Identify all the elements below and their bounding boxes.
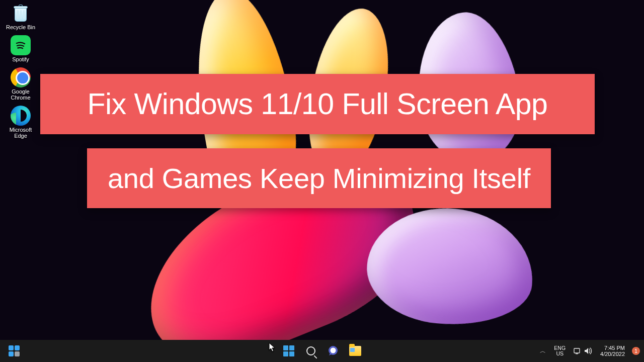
file-explorer-button[interactable] [345, 341, 365, 361]
tray-overflow-button[interactable]: ︿ [538, 341, 548, 361]
desktop-icon-label: Recycle Bin [6, 24, 35, 30]
search-icon [306, 346, 315, 355]
notification-badge: 1 [632, 347, 640, 355]
desktop-icon-edge[interactable]: Microsoft Edge [3, 105, 38, 140]
datetime-label: 7:45 PM4/20/2022 [600, 345, 625, 357]
language-button[interactable]: ENGUS [552, 341, 568, 361]
desktop-icon-chrome[interactable]: Google Chrome [3, 66, 38, 102]
desktop-icon-label: Spotify [12, 56, 29, 62]
datetime-button[interactable]: 7:45 PM4/20/2022 [598, 341, 627, 361]
edge-icon [11, 106, 31, 126]
svg-rect-3 [576, 353, 578, 354]
desktop-icon-spotify[interactable]: Spotify [3, 34, 38, 63]
quick-settings-button[interactable] [572, 341, 594, 361]
chat-icon [327, 345, 339, 357]
language-label: ENGUS [554, 345, 566, 356]
volume-icon [584, 347, 592, 354]
desktop-icon-label: Google Chrome [11, 88, 30, 101]
start-button[interactable] [279, 341, 299, 361]
windows-logo-icon [283, 345, 294, 356]
folder-icon [349, 346, 361, 356]
chevron-up-icon: ︿ [540, 347, 546, 355]
chrome-icon [11, 67, 31, 87]
desktop-icon-label: Microsoft Edge [10, 127, 32, 139]
notifications-button[interactable]: 1 [631, 341, 641, 361]
desktop-icons-column: Recycle Bin Spotify Google Chrome Micros… [3, 2, 38, 140]
svg-rect-2 [574, 348, 580, 353]
overlay-text-line1: Fix Windows 11/10 Full Screen App [40, 74, 595, 134]
widgets-icon [9, 345, 20, 356]
overlay-text-line2: and Games Keep Minimizing Itself [87, 148, 551, 208]
spotify-icon [11, 35, 31, 55]
chat-button[interactable] [323, 341, 343, 361]
search-button[interactable] [301, 341, 321, 361]
svg-point-1 [331, 348, 336, 353]
taskbar: ︿ ENGUS 7:45 PM4/20/2022 1 [0, 340, 644, 362]
desktop-icon-recycle-bin[interactable]: Recycle Bin [3, 2, 38, 31]
recycle-bin-icon [11, 3, 31, 23]
widgets-button[interactable] [4, 341, 24, 361]
network-icon [574, 347, 581, 354]
